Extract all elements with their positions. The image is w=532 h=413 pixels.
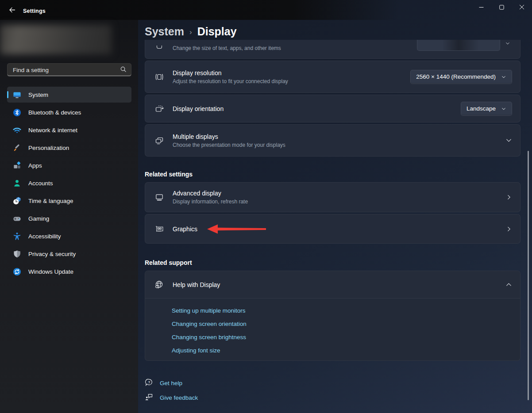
multiple-displays-icon xyxy=(154,136,164,145)
card-title: Display orientation xyxy=(173,105,461,112)
help-link[interactable]: Setting up multiple monitors xyxy=(172,307,520,314)
gamepad-icon xyxy=(13,214,21,223)
sidebar-nav: System Bluetooth & devices Network & int… xyxy=(7,87,131,281)
chevron-down-icon xyxy=(505,41,510,46)
feedback-icon xyxy=(145,393,153,403)
sidebar-item-label: Bluetooth & devices xyxy=(28,109,81,116)
help-link[interactable]: Adjusting font size xyxy=(172,347,520,354)
scale-card-partial[interactable]: Change the size of text, apps, and other… xyxy=(145,40,520,59)
maximize-icon xyxy=(499,4,504,11)
sidebar-item-label: Time & language xyxy=(28,198,73,204)
sidebar-item-apps[interactable]: Apps xyxy=(7,157,131,173)
back-button[interactable] xyxy=(6,6,18,15)
close-button[interactable] xyxy=(512,0,532,15)
scale-icon xyxy=(154,45,164,49)
related-support-header: Related support xyxy=(145,259,192,266)
sidebar-item-label: Accounts xyxy=(28,180,53,187)
app-title: Settings xyxy=(23,8,46,14)
accessibility-icon xyxy=(13,232,21,241)
card-subtitle: Choose the presentation mode for your di… xyxy=(173,142,505,148)
resolution-dropdown[interactable]: 2560 × 1440 (Recommended) xyxy=(410,70,512,84)
chevron-down-icon xyxy=(501,74,506,80)
sidebar-item-gaming[interactable]: Gaming xyxy=(7,210,131,226)
card-title: Display resolution xyxy=(173,69,410,76)
resolution-value: 2560 × 1440 (Recommended) xyxy=(416,73,496,80)
selected-indicator xyxy=(7,91,8,98)
titlebar xyxy=(0,0,532,20)
display-resolution-card: Display resolution Adjust the resolution… xyxy=(145,61,520,93)
chevron-right-icon xyxy=(506,194,512,200)
display-orientation-card: Display orientation Landscape xyxy=(145,95,520,122)
breadcrumb-root[interactable]: System xyxy=(145,25,184,38)
card-subtitle: Adjust the resolution to fit your connec… xyxy=(173,78,410,84)
window-controls xyxy=(471,0,532,15)
maximize-button[interactable] xyxy=(491,0,512,15)
web-globe-icon xyxy=(154,280,164,289)
person-icon xyxy=(13,179,21,187)
sidebar-item-label: Personalization xyxy=(28,145,69,151)
shield-icon xyxy=(13,250,21,258)
sidebar-item-system[interactable]: System xyxy=(7,87,131,103)
user-profile-redacted xyxy=(0,25,112,54)
close-icon xyxy=(519,4,524,11)
help-link[interactable]: Changing screen orientation xyxy=(172,321,520,327)
wifi-icon xyxy=(13,126,21,134)
sidebar-item-label: Accessibility xyxy=(28,233,61,240)
breadcrumb: System › Display xyxy=(145,25,237,38)
card-title: Advanced display xyxy=(173,190,506,197)
vertical-scrollbar-thumb[interactable] xyxy=(528,151,529,400)
sidebar-item-label: Windows Update xyxy=(28,268,73,275)
sidebar-item-privacy-security[interactable]: Privacy & security xyxy=(7,246,131,262)
give-feedback-link[interactable]: Give feedback xyxy=(145,393,198,403)
sidebar-item-network-internet[interactable]: Network & internet xyxy=(7,122,131,138)
orientation-value: Landscape xyxy=(466,105,496,112)
minimize-button[interactable] xyxy=(471,0,491,15)
sidebar-item-personalization[interactable]: Personalization xyxy=(7,140,131,156)
sidebar-item-bluetooth-devices[interactable]: Bluetooth & devices xyxy=(7,104,131,120)
sidebar-item-time-language[interactable]: Time & language xyxy=(7,193,131,209)
sidebar-item-label: System xyxy=(28,92,48,98)
update-icon xyxy=(13,268,21,276)
brush-icon xyxy=(13,144,21,152)
minimize-icon xyxy=(479,4,484,11)
chevron-down-icon[interactable] xyxy=(505,137,512,144)
back-arrow-icon xyxy=(8,6,16,15)
get-help-link[interactable]: ? Get help xyxy=(145,378,182,388)
search-input[interactable] xyxy=(13,67,120,73)
help-links: Setting up multiple monitors Changing sc… xyxy=(145,298,520,360)
card-subtitle: Display information, refresh rate xyxy=(173,199,506,205)
scale-dropdown[interactable] xyxy=(417,40,500,51)
sidebar-item-label: Privacy & security xyxy=(28,251,76,257)
search-box[interactable] xyxy=(7,63,131,76)
display-resolution-icon xyxy=(154,73,164,81)
help-link[interactable]: Changing screen brightness xyxy=(172,334,520,340)
apps-icon xyxy=(13,161,21,170)
chevron-down-icon xyxy=(501,106,506,111)
breadcrumb-separator: › xyxy=(189,27,192,37)
sidebar-item-accessibility[interactable]: Accessibility xyxy=(7,228,131,244)
graphics-card[interactable]: Graphics xyxy=(145,214,520,244)
help-with-display-card: Help with Display Setting up multiple mo… xyxy=(145,271,520,361)
graphics-icon xyxy=(154,225,164,233)
get-help-icon: ? xyxy=(145,378,153,388)
orientation-dropdown[interactable]: Landscape xyxy=(461,102,512,116)
chevron-up-icon[interactable] xyxy=(505,281,512,288)
help-card-header[interactable]: Help with Display xyxy=(145,271,520,298)
get-help-label: Get help xyxy=(160,380,182,386)
bluetooth-icon xyxy=(13,108,21,117)
sidebar-item-accounts[interactable]: Accounts xyxy=(7,175,131,191)
clock-globe-icon xyxy=(13,197,21,205)
sidebar-item-label: Network & internet xyxy=(28,127,77,134)
advanced-display-card[interactable]: Advanced display Display information, re… xyxy=(145,182,520,212)
search-icon xyxy=(120,66,127,74)
sidebar-item-label: Gaming xyxy=(28,215,49,222)
svg-text:?: ? xyxy=(148,380,150,384)
related-settings-header: Related settings xyxy=(145,171,193,178)
system-icon xyxy=(13,91,21,99)
multiple-displays-card[interactable]: Multiple displays Choose the presentatio… xyxy=(145,124,520,157)
advanced-display-icon xyxy=(154,193,164,202)
sidebar-item-windows-update[interactable]: Windows Update xyxy=(7,264,131,279)
give-feedback-label: Give feedback xyxy=(160,394,198,401)
sidebar-item-label: Apps xyxy=(28,162,42,169)
red-arrow-annotation xyxy=(207,223,266,237)
